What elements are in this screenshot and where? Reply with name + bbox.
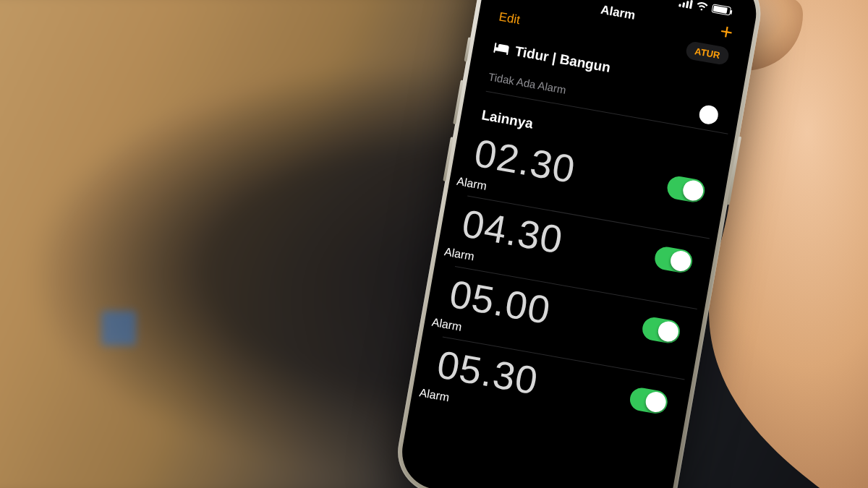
wifi-icon	[696, 1, 709, 12]
cellular-signal-icon	[678, 0, 693, 9]
alarm-toggle[interactable]	[653, 245, 694, 275]
alarm-toggle[interactable]	[665, 175, 707, 205]
no-alarm-label: Tidak Ada Alarm	[488, 70, 567, 96]
laptop-sticker-blur	[101, 311, 136, 346]
alarm-list: 02.30Alarm04.30Alarm05.00Alarm05.30Alarm	[417, 124, 722, 450]
alarm-toggle[interactable]	[628, 386, 669, 416]
add-alarm-button[interactable]: +	[719, 23, 734, 41]
screen-title: Alarm	[600, 3, 637, 23]
bed-icon	[493, 42, 510, 56]
sleep-alarm-indicator[interactable]	[698, 104, 720, 126]
alarm-toggle[interactable]	[641, 316, 682, 346]
edit-button[interactable]: Edit	[498, 9, 521, 27]
battery-icon	[711, 4, 731, 15]
